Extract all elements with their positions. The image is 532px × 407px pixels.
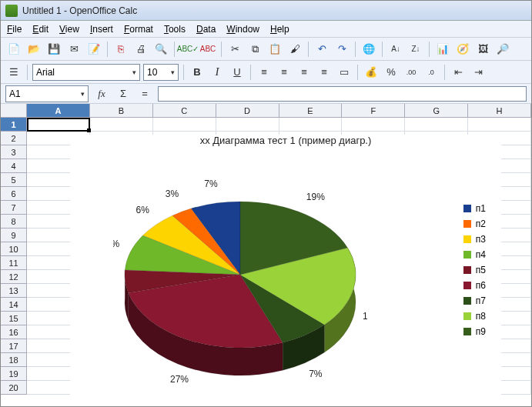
- slice-label: 5%: [113, 302, 114, 313]
- format-paint-icon[interactable]: 🖌: [286, 41, 303, 58]
- gallery-icon[interactable]: 🖼: [474, 41, 491, 58]
- sort-desc-icon[interactable]: Z↓: [407, 41, 424, 58]
- percent-icon[interactable]: %: [383, 64, 400, 81]
- italic-button[interactable]: I: [209, 64, 226, 81]
- function-wizard-icon[interactable]: fx: [93, 85, 110, 102]
- name-box[interactable]: A1: [5, 85, 89, 102]
- row-header-4[interactable]: 4: [1, 159, 27, 173]
- row-header-9[interactable]: 9: [1, 229, 27, 242]
- cell[interactable]: [468, 118, 531, 132]
- column-header-b[interactable]: B: [90, 104, 153, 118]
- legend-item: п9: [463, 324, 486, 339]
- hyperlink-icon[interactable]: 🌐: [360, 41, 377, 58]
- menu-file[interactable]: File: [7, 24, 22, 35]
- menu-tools[interactable]: Tools: [164, 24, 186, 35]
- row-header-17[interactable]: 17: [1, 339, 27, 353]
- row-header-11[interactable]: 11: [1, 256, 27, 270]
- row-header-13[interactable]: 13: [1, 284, 27, 298]
- align-right-icon[interactable]: ≡: [296, 64, 313, 81]
- column-header-e[interactable]: E: [279, 104, 343, 118]
- row-header-20[interactable]: 20: [1, 381, 27, 395]
- cell[interactable]: [405, 118, 468, 132]
- column-header-d[interactable]: D: [216, 104, 279, 118]
- paste-icon[interactable]: 📋: [266, 41, 283, 58]
- menu-insert[interactable]: Insert: [90, 24, 113, 35]
- autospell-icon[interactable]: ABC: [199, 41, 216, 58]
- styles-icon[interactable]: ☰: [5, 64, 22, 81]
- align-justify-icon[interactable]: ≡: [316, 64, 333, 81]
- menu-window[interactable]: Window: [226, 24, 259, 35]
- export-pdf-icon[interactable]: ⎘: [112, 41, 129, 58]
- navigator-icon[interactable]: 🧭: [454, 41, 471, 58]
- cell[interactable]: [90, 118, 153, 132]
- row-header-12[interactable]: 12: [1, 270, 27, 284]
- decrease-indent-icon[interactable]: ⇤: [450, 64, 467, 81]
- column-header-c[interactable]: C: [153, 104, 216, 118]
- spreadsheet-grid[interactable]: ABCDEFGH 1234567891011121314151617181920…: [1, 104, 531, 406]
- align-center-icon[interactable]: ≡: [276, 64, 293, 81]
- cut-icon[interactable]: ✂: [226, 41, 243, 58]
- add-decimal-icon[interactable]: .00: [403, 64, 420, 81]
- cell[interactable]: [342, 118, 405, 132]
- save-icon[interactable]: 💾: [45, 41, 62, 58]
- legend-label: п1: [476, 203, 486, 214]
- row-header-3[interactable]: 3: [1, 145, 27, 159]
- menu-data[interactable]: Data: [196, 24, 216, 35]
- merge-cells-icon[interactable]: ▭: [336, 64, 353, 81]
- new-doc-icon[interactable]: 📄: [5, 41, 22, 58]
- menu-edit[interactable]: Edit: [32, 24, 49, 35]
- row-header-18[interactable]: 18: [1, 353, 27, 367]
- cell[interactable]: [216, 118, 279, 132]
- chart-icon[interactable]: 📊: [434, 41, 451, 58]
- separator: [250, 65, 251, 80]
- formula-input[interactable]: [158, 86, 527, 102]
- legend-swatch: [463, 251, 471, 259]
- currency-icon[interactable]: 💰: [363, 64, 380, 81]
- font-size-combo[interactable]: 10: [143, 64, 179, 81]
- equals-icon[interactable]: =: [136, 85, 153, 102]
- row-header-16[interactable]: 16: [1, 325, 27, 339]
- email-icon[interactable]: ✉: [65, 41, 82, 58]
- column-header-a[interactable]: A: [27, 104, 90, 118]
- sort-asc-icon[interactable]: A↓: [387, 41, 404, 58]
- row-header-2[interactable]: 2: [1, 132, 27, 145]
- row-header-6[interactable]: 6: [1, 187, 27, 201]
- chart-object[interactable]: xx Диаграмма тест 1 (пример диагр.) 7%3%…: [70, 135, 501, 406]
- sum-icon[interactable]: Σ: [115, 85, 132, 102]
- menu-view[interactable]: View: [59, 24, 79, 35]
- font-name-combo[interactable]: Arial: [32, 64, 140, 81]
- align-left-icon[interactable]: ≡: [256, 64, 273, 81]
- column-header-g[interactable]: G: [405, 104, 468, 118]
- row-header-7[interactable]: 7: [1, 201, 27, 215]
- row-header-15[interactable]: 15: [1, 312, 27, 325]
- cell[interactable]: [27, 118, 90, 132]
- find-icon[interactable]: 🔎: [494, 41, 511, 58]
- open-icon[interactable]: 📂: [25, 41, 42, 58]
- redo-icon[interactable]: ↷: [333, 41, 350, 58]
- remove-decimal-icon[interactable]: .0: [423, 64, 440, 81]
- row-header-1[interactable]: 1: [1, 118, 27, 132]
- print-icon[interactable]: 🖨: [132, 41, 149, 58]
- select-all-corner[interactable]: [1, 104, 27, 118]
- menu-format[interactable]: Format: [124, 24, 153, 35]
- copy-icon[interactable]: ⧉: [246, 41, 263, 58]
- cell[interactable]: [279, 118, 343, 132]
- spellcheck-icon[interactable]: ABC✓: [179, 41, 196, 58]
- row-header-10[interactable]: 10: [1, 242, 27, 256]
- underline-button[interactable]: U: [229, 64, 246, 81]
- edit-file-icon[interactable]: 📝: [85, 41, 102, 58]
- cell[interactable]: [153, 118, 216, 132]
- column-header-h[interactable]: H: [468, 104, 531, 118]
- column-header-f[interactable]: F: [342, 104, 405, 118]
- separator: [429, 42, 430, 57]
- row-header-14[interactable]: 14: [1, 298, 27, 312]
- row-header-5[interactable]: 5: [1, 173, 27, 187]
- bold-button[interactable]: B: [189, 64, 206, 81]
- undo-icon[interactable]: ↶: [313, 41, 330, 58]
- row-header-8[interactable]: 8: [1, 215, 27, 229]
- preview-icon[interactable]: 🔍: [152, 41, 169, 58]
- row-header-19[interactable]: 19: [1, 367, 27, 381]
- separator: [183, 65, 184, 80]
- menu-help[interactable]: Help: [270, 24, 289, 35]
- increase-indent-icon[interactable]: ⇥: [470, 64, 487, 81]
